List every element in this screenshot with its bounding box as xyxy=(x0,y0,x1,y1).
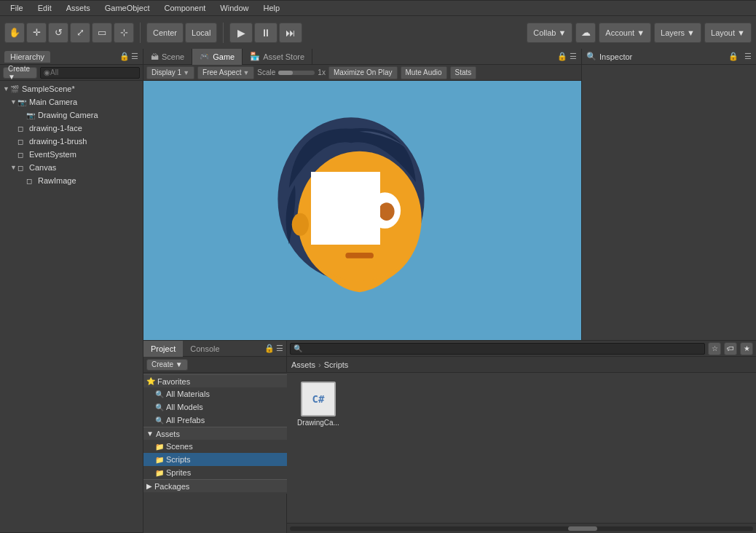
drawing-canvas-overlay xyxy=(311,172,380,245)
sprites-folder-item[interactable]: 📁 Sprites xyxy=(143,466,287,479)
mute-audio-button[interactable]: Mute Audio xyxy=(401,66,447,79)
file-item-drawingca[interactable]: C# DrawingCa... xyxy=(293,379,344,430)
display-button[interactable]: Display 1 ▼ xyxy=(146,66,194,79)
hierarchy-search-input[interactable] xyxy=(40,67,140,79)
main-panels: Hierarchy 🔒 ☰ Create ▼ ▼ 🎬 SampleScen xyxy=(0,49,756,533)
project-create-button[interactable]: Create ▼ xyxy=(146,359,188,371)
center-button[interactable]: Center xyxy=(146,23,184,43)
aspect-button[interactable]: Free Aspect ▼ xyxy=(197,66,254,79)
hierarchy-item-maincamera[interactable]: ▼ 📷 Main Camera xyxy=(0,95,143,108)
hand-tool-button[interactable]: ✋ xyxy=(4,23,25,43)
menu-window[interactable]: Window xyxy=(213,0,256,16)
menu-gameobject[interactable]: GameObject xyxy=(98,0,157,16)
layout-button[interactable]: Layout ▼ xyxy=(704,23,752,43)
game-viewport[interactable] xyxy=(143,81,581,340)
hierarchy-item-canvas[interactable]: ▼ ◻ Canvas xyxy=(0,161,143,174)
files-tag-button[interactable]: 🏷 xyxy=(724,342,737,355)
viewport-menu-icon[interactable]: ☰ xyxy=(570,52,577,61)
hierarchy-label: Drawing Camera xyxy=(38,111,98,119)
all-models-item[interactable]: 🔍 All Models xyxy=(143,400,287,414)
inspector-lock-icon[interactable]: 🔒 xyxy=(728,52,739,61)
move-tool-button[interactable]: ✛ xyxy=(26,23,47,43)
project-tab[interactable]: Project xyxy=(143,341,183,357)
maximize-on-play-button[interactable]: Maximize On Play xyxy=(328,66,398,79)
hierarchy-item-rawimage[interactable]: ◻ RawImage xyxy=(0,174,143,187)
game-tab[interactable]: 🎮 Game xyxy=(192,49,243,65)
menu-assets[interactable]: Assets xyxy=(59,0,98,16)
pause-button[interactable]: ⏸ xyxy=(254,23,277,43)
hierarchy-lock-icon[interactable]: 🔒 xyxy=(119,52,130,61)
arrow-icon xyxy=(10,125,17,132)
console-tab[interactable]: Console xyxy=(183,341,227,357)
inspector-panel: 🔍 Inspector 🔒 ☰ xyxy=(581,49,756,340)
hierarchy-menu-icon[interactable]: ☰ xyxy=(131,52,138,61)
camera-icon: 📷 xyxy=(26,111,36,119)
menu-component[interactable]: Component xyxy=(157,0,213,16)
scene-tab[interactable]: 🏔 Scene xyxy=(143,49,192,65)
viewport-lock-icon[interactable]: 🔒 xyxy=(557,52,567,61)
all-materials-item[interactable]: 🔍 All Materials xyxy=(143,387,287,400)
files-star-button[interactable]: ★ xyxy=(740,342,753,355)
inspector-menu-icon[interactable]: ☰ xyxy=(744,52,752,61)
hierarchy-item-drawingcamera[interactable]: 📷 Drawing Camera xyxy=(0,108,143,122)
hierarchy-label: Canvas xyxy=(29,163,56,172)
project-menu-icon[interactable]: ☰ xyxy=(276,344,283,353)
scene-tabs: 🏔 Scene 🎮 Game 🏪 Asset Store 🔒 xyxy=(143,49,581,65)
item-label: All Models xyxy=(166,403,203,411)
files-search-input[interactable] xyxy=(290,343,705,355)
menu-edit[interactable]: Edit xyxy=(31,0,59,16)
hierarchy-item-eventsystem[interactable]: ◻ EventSystem xyxy=(0,148,143,161)
scale-label: Scale xyxy=(257,68,275,76)
play-button[interactable]: ▶ xyxy=(229,23,253,43)
hierarchy-tab[interactable]: Hierarchy xyxy=(4,51,50,63)
step-button[interactable]: ⏭ xyxy=(279,23,302,43)
transform-tool-button[interactable]: ⊹ xyxy=(114,23,134,43)
all-prefabs-item[interactable]: 🔍 All Prefabs xyxy=(143,414,287,427)
scripts-folder-item[interactable]: 📁 Scripts xyxy=(143,453,287,466)
hierarchy-item-samplescene[interactable]: ▼ 🎬 SampleScene* xyxy=(0,82,143,95)
left-side: Hierarchy 🔒 ☰ Create ▼ ▼ 🎬 SampleScen xyxy=(0,49,143,533)
layers-button[interactable]: Layers ▼ xyxy=(654,23,701,43)
breadcrumb-assets[interactable]: Assets xyxy=(291,360,315,369)
project-icons: 🔒 ☰ xyxy=(264,344,286,353)
scenes-folder-item[interactable]: 📁 Scenes xyxy=(143,440,287,453)
files-favorites-button[interactable]: ☆ xyxy=(708,342,721,355)
item-label: Sprites xyxy=(166,468,191,477)
hierarchy-create-button[interactable]: Create ▼ xyxy=(3,67,37,79)
scroll-thumb xyxy=(568,526,597,531)
project-tree: ⭐ Favorites 🔍 All Materials 🔍 All Models xyxy=(143,373,287,494)
camera-icon: 📷 xyxy=(17,98,28,106)
search-icon: 🔍 xyxy=(155,390,164,398)
asset-store-tab[interactable]: 🏪 Asset Store xyxy=(243,49,312,65)
arrow-icon: ▼ xyxy=(10,164,17,171)
cloud-button[interactable]: ☁ xyxy=(575,23,596,43)
center-right: 🏔 Scene 🎮 Game 🏪 Asset Store 🔒 xyxy=(143,49,756,533)
hierarchy-item-face[interactable]: ◻ drawing-1-face xyxy=(0,122,143,135)
hierarchy-item-brush[interactable]: ◻ drawing-1-brush xyxy=(0,135,143,148)
hierarchy-label: drawing-1-face xyxy=(29,124,82,133)
scale-slider[interactable] xyxy=(278,71,315,75)
breadcrumb-separator: › xyxy=(318,360,321,369)
star-icon: ⭐ xyxy=(146,377,155,385)
breadcrumb-scripts[interactable]: Scripts xyxy=(324,360,349,369)
chevron-down-icon: ▼ xyxy=(146,430,154,438)
packages-section[interactable]: ▶ Packages xyxy=(143,479,287,492)
scale-tool-button[interactable]: ⤢ xyxy=(70,23,90,43)
scene-icon: 🎬 xyxy=(10,85,20,93)
stats-button[interactable]: Stats xyxy=(450,66,477,79)
menu-help[interactable]: Help xyxy=(256,0,287,16)
local-button[interactable]: Local xyxy=(185,23,217,43)
tab-label: Scene xyxy=(162,52,184,61)
menu-bar: File Edit Assets GameObject Component Wi… xyxy=(0,0,756,16)
chevron-down-icon: ▼ xyxy=(243,69,249,76)
assets-section[interactable]: ▼ Assets xyxy=(143,427,287,440)
project-lock-icon[interactable]: 🔒 xyxy=(264,344,275,353)
rotate-tool-button[interactable]: ↺ xyxy=(48,23,68,43)
menu-file[interactable]: File xyxy=(3,0,31,16)
files-scrollbar[interactable] xyxy=(287,523,756,533)
favorites-section[interactable]: ⭐ Favorites xyxy=(143,374,287,387)
collab-button[interactable]: Collab ▼ xyxy=(527,23,572,43)
arrow-icon xyxy=(19,111,26,119)
rect-tool-button[interactable]: ▭ xyxy=(92,23,112,43)
account-button[interactable]: Account ▼ xyxy=(599,23,651,43)
